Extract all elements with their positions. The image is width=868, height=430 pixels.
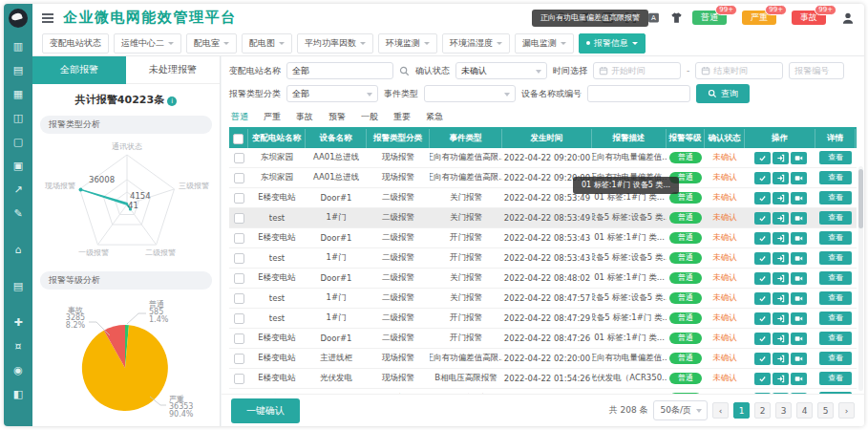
report-icon[interactable]: ▤ xyxy=(13,58,23,82)
alarm-badge-1[interactable]: 严重99+ xyxy=(742,11,776,25)
route-tab-5[interactable]: 环境监测 xyxy=(378,33,437,54)
video-button[interactable] xyxy=(791,152,807,164)
station-name-input[interactable]: 全部 xyxy=(286,62,393,79)
route-tab-1[interactable]: 运维中心二 xyxy=(114,33,181,54)
table-row[interactable]: test1#门二级报警关门报警2022-04-22 08:47:57设备5 标签… xyxy=(229,289,857,309)
video-button[interactable] xyxy=(791,272,807,285)
scrollbar-thumb[interactable] xyxy=(858,169,863,228)
alarm-no-input[interactable]: 报警编号 xyxy=(789,62,844,79)
view-detail-button[interactable]: 查看 xyxy=(819,332,852,345)
export-button[interactable] xyxy=(773,353,789,365)
trend-icon[interactable]: ↗ xyxy=(13,178,23,202)
export-button[interactable] xyxy=(773,272,789,285)
video-button[interactable] xyxy=(791,292,807,305)
export-button[interactable] xyxy=(773,373,789,385)
table-row[interactable]: E楼变电站Door#1二级报警开门报警2022-04-22 08:53:4301… xyxy=(229,228,857,248)
tab-unhandled-alarms[interactable]: 未处理报警 xyxy=(126,56,220,84)
view-detail-button[interactable]: 查看 xyxy=(819,151,852,164)
export-button[interactable] xyxy=(773,232,789,245)
row-checkbox[interactable] xyxy=(234,253,244,264)
row-checkbox[interactable] xyxy=(234,173,244,183)
edit-icon[interactable]: ✎ xyxy=(13,202,23,226)
confirm-button[interactable] xyxy=(754,252,771,265)
confirm-button[interactable] xyxy=(754,312,771,325)
row-checkbox[interactable] xyxy=(234,273,244,284)
row-checkbox[interactable] xyxy=(234,193,244,204)
table-row[interactable]: E楼变电站Door#1二级报警关门报警2022-04-22 08:48:0201… xyxy=(229,269,857,289)
home-icon[interactable]: ⌂ xyxy=(13,238,23,262)
table-row[interactable]: 东坝家园AA01总进线现场报警正向有功偏差值高限...2022-04-22 09… xyxy=(229,148,857,168)
route-tab-3[interactable]: 配电图 xyxy=(242,33,292,54)
start-time-input[interactable]: 开始时间 xyxy=(593,62,681,79)
row-checkbox[interactable] xyxy=(234,313,244,324)
row-checkbox[interactable] xyxy=(234,213,244,224)
severity-tab-2[interactable]: 事故 xyxy=(296,111,313,123)
view-detail-button[interactable]: 查看 xyxy=(819,211,852,225)
view-detail-button[interactable]: 查看 xyxy=(819,312,852,325)
route-tab-6[interactable]: 环境温湿度 xyxy=(442,33,510,54)
severity-tab-0[interactable]: 普通 xyxy=(231,111,248,123)
translate-icon[interactable]: A xyxy=(646,11,660,25)
confirm-state-select[interactable]: 未确认 xyxy=(455,62,547,79)
prev-page-button[interactable]: ‹ xyxy=(712,402,729,419)
page-size-select[interactable]: 50条/页 xyxy=(653,400,708,420)
export-button[interactable] xyxy=(773,152,789,164)
row-checkbox[interactable] xyxy=(234,333,244,344)
confirm-all-button[interactable]: 一键确认 xyxy=(231,398,300,423)
search-button[interactable]: 查询 xyxy=(696,84,750,103)
dashboard-icon[interactable]: ▥ xyxy=(13,34,23,58)
user-avatar[interactable] xyxy=(841,11,855,25)
theme-icon[interactable] xyxy=(669,11,683,25)
video-button[interactable] xyxy=(791,353,807,365)
alarm-badge-2[interactable]: 事故99+ xyxy=(792,11,826,25)
row-checkbox[interactable] xyxy=(234,293,244,304)
table-row[interactable]: test1#门二级报警开门报警2022-04-22 08:53:43设备5 标签… xyxy=(229,248,857,269)
user-icon[interactable]: ◉ xyxy=(13,358,23,382)
view-detail-button[interactable]: 查看 xyxy=(819,372,852,385)
confirm-button[interactable] xyxy=(754,353,771,365)
confirm-button[interactable] xyxy=(754,373,771,385)
row-checkbox[interactable] xyxy=(234,153,244,163)
data-table-icon[interactable]: ▤ xyxy=(13,274,23,298)
end-time-input[interactable]: 结束时间 xyxy=(695,62,783,79)
video-button[interactable] xyxy=(791,192,807,204)
export-button[interactable] xyxy=(773,252,789,265)
table-row[interactable]: E楼变电站主进线柜现场报警正向有功偏差值高限...2022-04-22 02:2… xyxy=(229,349,857,369)
table-row[interactable]: test1#门二级报警关门报警2022-04-22 08:53:49设备5 标签… xyxy=(229,208,857,228)
legend-item-accident[interactable]: 事故 xyxy=(148,425,175,426)
view-detail-button[interactable]: 查看 xyxy=(819,271,852,285)
confirm-button[interactable] xyxy=(754,152,771,164)
alarm-badge-0[interactable]: 普通99+ xyxy=(692,11,727,25)
view-detail-button[interactable]: 查看 xyxy=(819,251,852,265)
route-tab-4[interactable]: 平均功率因数 xyxy=(297,33,373,54)
export-button[interactable] xyxy=(773,312,789,325)
table-row[interactable]: E楼变电站Door#1二级报警关门报警2022-04-22 08:53:4901… xyxy=(229,188,857,208)
legend-item-severe[interactable]: 严重 xyxy=(113,425,139,426)
maintenance-icon[interactable]: ✚ xyxy=(13,311,23,334)
video-button[interactable] xyxy=(791,312,807,325)
view-detail-button[interactable]: 查看 xyxy=(819,352,852,365)
substation-icon[interactable]: ◫ xyxy=(13,106,23,130)
export-button[interactable] xyxy=(773,333,789,345)
route-tab-8[interactable]: 报警信息 xyxy=(579,33,646,54)
tab-all-alarms[interactable]: 全部报警 xyxy=(32,56,126,84)
header-checkbox-cell[interactable] xyxy=(229,129,248,148)
export-button[interactable] xyxy=(773,192,789,204)
severity-tab-3[interactable]: 预警 xyxy=(328,111,346,123)
table-row[interactable]: E楼变电站光伏发电现场报警B相电压高限报警2022-04-22 01:54:26… xyxy=(229,369,857,389)
monitor-icon[interactable]: ▦ xyxy=(13,82,23,106)
select-all-checkbox[interactable] xyxy=(233,134,243,144)
row-checkbox[interactable] xyxy=(234,233,244,244)
export-button[interactable] xyxy=(773,292,789,305)
device-name-input[interactable] xyxy=(587,85,690,102)
menu-toggle-icon[interactable] xyxy=(42,13,53,23)
table-row[interactable]: 东坝家园AA01总进线现场报警正向有功偏差值高限...2022-04-22 09… xyxy=(229,168,857,188)
screen-icon[interactable]: ▢ xyxy=(13,130,23,154)
video-button[interactable] xyxy=(791,172,807,184)
legend-item-normal[interactable]: 普通 xyxy=(77,425,104,426)
page-button-1[interactable]: 1 xyxy=(733,402,750,419)
export-button[interactable] xyxy=(773,212,789,225)
video-button[interactable] xyxy=(791,212,807,225)
confirm-button[interactable] xyxy=(754,192,771,204)
table-row[interactable]: test1#门二级报警开门报警2022-04-22 08:47:29设备5 标签… xyxy=(229,309,857,329)
